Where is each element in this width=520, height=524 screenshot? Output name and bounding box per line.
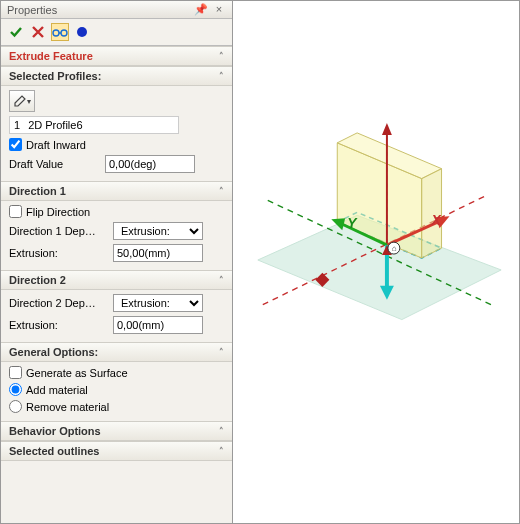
- profile-row-index: 1: [14, 119, 20, 131]
- section-header-direction1[interactable]: Direction 1 ˄: [1, 182, 232, 201]
- chevron-up-icon: ˄: [219, 275, 224, 285]
- direction1-extrusion-label: Extrusion:: [9, 247, 107, 259]
- profile-row-name: 2D Profile6: [28, 119, 82, 131]
- outlines-title: Selected outlines: [9, 445, 99, 457]
- profile-list-row[interactable]: 1 2D Profile6: [9, 116, 179, 134]
- general-title: General Options:: [9, 346, 98, 358]
- generate-surface-label: Generate as Surface: [26, 367, 128, 379]
- chevron-up-icon: ˄: [219, 71, 224, 81]
- confirm-toolbar: [1, 19, 232, 46]
- draft-inward-checkbox[interactable]: [9, 138, 22, 151]
- direction2-extrusion-label: Extrusion:: [9, 319, 107, 331]
- add-material-label: Add material: [26, 384, 88, 396]
- section-header-profiles[interactable]: Selected Profiles: ˄: [1, 67, 232, 86]
- panel-titlebar: Properties 📌 ×: [1, 1, 232, 19]
- chevron-up-icon: ˄: [219, 51, 224, 61]
- 3d-viewport[interactable]: ⌂ X Y: [233, 1, 519, 523]
- direction1-depth-select[interactable]: Extrusion:: [113, 222, 203, 240]
- direction1-title: Direction 1: [9, 185, 66, 197]
- direction2-extrusion-input[interactable]: [113, 316, 203, 334]
- svg-point-0: [53, 30, 59, 36]
- feature-title: Extrude Feature: [9, 50, 93, 62]
- properties-panel: Properties 📌 × Extrude Feature ˄: [1, 1, 233, 523]
- pin-icon[interactable]: 📌: [194, 3, 208, 16]
- x-axis-label: X: [431, 212, 442, 228]
- direction2-depth-select[interactable]: Extrusion:: [113, 294, 203, 312]
- direction1-extrusion-input[interactable]: [113, 244, 203, 262]
- svg-marker-4: [382, 123, 392, 135]
- behavior-title: Behavior Options: [9, 425, 101, 437]
- chevron-up-icon: ˄: [219, 186, 224, 196]
- cancel-button[interactable]: [29, 23, 47, 41]
- profiles-title: Selected Profiles:: [9, 70, 101, 82]
- section-header-direction2[interactable]: Direction 2 ˄: [1, 271, 232, 290]
- direction2-depth-label: Direction 2 Dep…: [9, 297, 107, 309]
- close-icon[interactable]: ×: [212, 3, 226, 16]
- chevron-up-icon: ˄: [219, 446, 224, 456]
- add-material-radio[interactable]: [9, 383, 22, 396]
- svg-point-1: [61, 30, 67, 36]
- chevron-up-icon: ˄: [219, 426, 224, 436]
- edit-icon: [13, 94, 27, 108]
- section-header-outlines[interactable]: Selected outlines ˄: [1, 442, 232, 461]
- draft-inward-label: Draft Inward: [26, 139, 86, 151]
- draft-value-label: Draft Value: [9, 158, 99, 170]
- x-icon: [31, 25, 45, 39]
- svg-point-2: [77, 27, 87, 37]
- flip-direction-checkbox[interactable]: [9, 205, 22, 218]
- check-icon: [9, 25, 23, 39]
- remove-material-radio[interactable]: [9, 400, 22, 413]
- preview-toggle[interactable]: [51, 23, 69, 41]
- origin-glyph: ⌂: [392, 244, 397, 253]
- draft-value-input[interactable]: [105, 155, 195, 173]
- chevron-up-icon: ˄: [219, 347, 224, 357]
- remove-material-label: Remove material: [26, 401, 109, 413]
- section-header-feature[interactable]: Extrude Feature ˄: [1, 47, 232, 66]
- color-indicator[interactable]: [73, 23, 91, 41]
- section-header-behavior[interactable]: Behavior Options ˄: [1, 422, 232, 441]
- flip-direction-label: Flip Direction: [26, 206, 90, 218]
- section-header-general[interactable]: General Options: ˄: [1, 343, 232, 362]
- glasses-icon: [52, 25, 68, 39]
- panel-title: Properties: [7, 4, 57, 16]
- ok-button[interactable]: [7, 23, 25, 41]
- circle-icon: [75, 25, 89, 39]
- profile-picker-button[interactable]: ▾: [9, 90, 35, 112]
- scene-svg: ⌂ X Y: [233, 1, 519, 523]
- direction2-title: Direction 2: [9, 274, 66, 286]
- generate-surface-checkbox[interactable]: [9, 366, 22, 379]
- direction1-depth-label: Direction 1 Dep…: [9, 225, 107, 237]
